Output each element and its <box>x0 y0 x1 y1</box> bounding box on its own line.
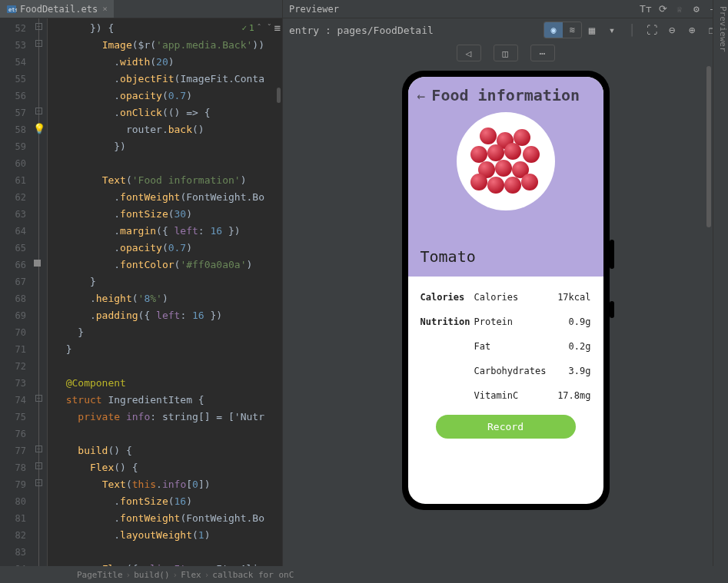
entry-label: entry : pages/FoodDetail <box>289 25 434 36</box>
editor-panel: ets FoodDetail.ets × 52 53 54 55 56 57 5… <box>0 0 283 566</box>
breakpoint-marker[interactable] <box>34 260 41 267</box>
fullscreen-icon[interactable]: ⛶ <box>642 24 662 36</box>
breadcrumb-item[interactable]: PageTitle <box>77 570 123 580</box>
app-header: ← Food information <box>408 77 603 277</box>
app-title: Food information <box>431 86 580 104</box>
svg-text:ets: ets <box>8 7 17 13</box>
editor-tab-fooddetail[interactable]: ets FoodDetail.ets × <box>0 0 114 18</box>
hamburger-icon[interactable]: ≡ <box>274 22 281 34</box>
previewer-header: Previewer Tᴛ ⟳ ♕ ⚙ — <box>283 0 728 18</box>
zoom-out-icon[interactable]: ⊖ <box>662 24 682 36</box>
nav-more-icon[interactable]: ⋯ <box>530 45 555 61</box>
nutrition-row: Nutrition Protein 0.9g <box>421 316 591 327</box>
food-image <box>457 112 555 210</box>
inspection-badge[interactable]: ✓ 1 ˆ ˇ ≡ <box>241 22 281 34</box>
device-frame: ← Food information <box>402 71 610 510</box>
previewer-panel: Previewer Tᴛ ⟳ ♕ ⚙ — entry : pages/FoodD… <box>283 0 728 566</box>
inspect-toggle[interactable]: ◉ ≋ <box>544 22 582 38</box>
nav-split-icon[interactable]: ◫ <box>494 45 518 61</box>
fold-gutter: − − 💡 − − − − − <box>31 18 48 566</box>
zoom-in-icon[interactable]: ⊕ <box>682 24 702 36</box>
preview-scrollbar[interactable] <box>706 66 711 227</box>
device-nav-bar: ◁ ◫ ⋯ <box>283 41 728 65</box>
editor-tab-label: FoodDetail.ets <box>20 4 98 15</box>
ets-file-icon: ets <box>6 4 17 15</box>
code-area[interactable]: 52 53 54 55 56 57 58 59 60 61 62 63 64 6… <box>0 18 282 566</box>
side-label[interactable]: Previewer <box>713 0 728 566</box>
nav-back-icon[interactable]: ◁ <box>457 45 481 61</box>
layers-icon[interactable]: ≋ <box>563 22 581 38</box>
line-number-gutter: 52 53 54 55 56 57 58 59 60 61 62 63 64 6… <box>0 18 31 566</box>
close-icon[interactable]: × <box>102 4 108 14</box>
back-arrow-icon[interactable]: ← <box>417 88 426 104</box>
trophy-icon[interactable]: ♕ <box>671 3 688 15</box>
editor-tab-bar: ets FoodDetail.ets × <box>0 0 282 18</box>
breadcrumb-item[interactable]: build() <box>134 570 169 580</box>
breadcrumb-item[interactable]: callback for onC <box>212 570 294 580</box>
nutrition-section: Calories Calories 17kcal Nutrition Prote… <box>408 277 603 504</box>
food-name: Tomato <box>421 247 476 266</box>
breadcrumb-bar: PageTitle›build()›Flex›callback for onC <box>0 566 728 583</box>
device-canvas: ← Food information <box>283 65 728 566</box>
text-size-icon[interactable]: Tᴛ <box>637 3 654 15</box>
device-screen: ← Food information <box>408 77 603 504</box>
previewer-title: Previewer <box>289 4 339 15</box>
record-button[interactable]: Record <box>436 415 576 439</box>
nutrition-row: Calories Calories 17kcal <box>421 292 591 303</box>
inspection-check-icon: ✓ <box>241 23 247 33</box>
nutrition-row: Carbohydrates 3.9g <box>421 366 591 376</box>
gear-icon[interactable]: ⚙ <box>688 3 705 15</box>
refresh-icon[interactable]: ⟳ <box>654 3 671 15</box>
code-content[interactable]: }) { Image($r('app.media.Back')) .width(… <box>48 18 282 566</box>
breadcrumb-item[interactable]: Flex <box>181 570 201 580</box>
nutrition-row: VitaminC 17.8mg <box>421 390 591 401</box>
chevron-down-icon[interactable]: ▾ <box>602 24 622 36</box>
grid-icon[interactable]: ▦ <box>582 24 602 36</box>
lightbulb-icon[interactable]: 💡 <box>33 123 45 134</box>
nutrition-row: Fat 0.2g <box>421 341 591 352</box>
entry-bar: entry : pages/FoodDetail ◉ ≋ ▦ ▾ │ ⛶ ⊖ ⊕… <box>283 18 728 41</box>
scrollbar-thumb[interactable] <box>277 88 281 103</box>
eye-icon[interactable]: ◉ <box>544 22 563 38</box>
